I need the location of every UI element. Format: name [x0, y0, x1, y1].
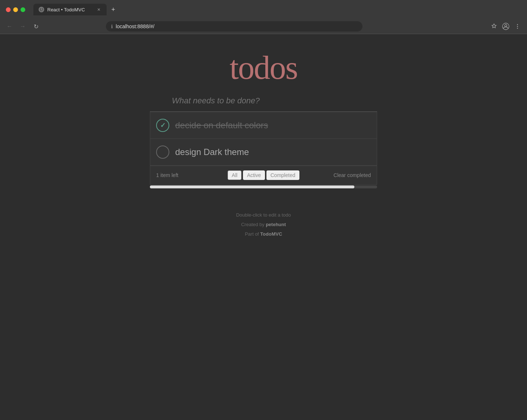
filter-active-button[interactable]: Active: [243, 170, 265, 180]
svg-point-4: [517, 26, 518, 27]
window-controls: [6, 7, 25, 12]
tab-favicon: [38, 7, 44, 12]
scrollbar-thumb[interactable]: [150, 185, 354, 188]
todo-list: ✓ decide on default colors design Dark t…: [150, 112, 377, 166]
new-tab-button[interactable]: +: [108, 4, 118, 15]
tabs-bar: React • TodoMVC ✕ +: [30, 4, 121, 15]
back-button[interactable]: ←: [4, 21, 15, 32]
account-button[interactable]: [501, 21, 511, 32]
svg-point-2: [505, 25, 507, 27]
part-of-prefix: Part of: [245, 231, 260, 237]
svg-point-3: [517, 24, 518, 25]
footer-framework: Part of TodoMVC: [236, 229, 291, 239]
secure-icon: ℹ: [111, 24, 113, 29]
omnibox-row: ← → ↻ ℹ localhost:8888/#/: [0, 19, 527, 34]
footer-hint: Double-click to edit a todo: [236, 210, 291, 220]
checkmark-icon: ✓: [160, 121, 166, 129]
svg-point-1: [502, 23, 509, 30]
browser-chrome: React • TodoMVC ✕ + ← → ↻ ℹ localhost:88…: [0, 0, 527, 34]
page-footer: Double-click to edit a todo Created by p…: [236, 210, 291, 239]
footer-author: Created by petehunt: [236, 220, 291, 229]
todo-text-2: design Dark theme: [175, 147, 371, 157]
svg-point-5: [517, 28, 518, 29]
titlebar: React • TodoMVC ✕ +: [0, 0, 527, 19]
items-left-count: 1 item left: [156, 172, 228, 178]
filter-completed-button[interactable]: Completed: [266, 170, 299, 180]
new-todo-input[interactable]: [150, 90, 377, 112]
created-by-prefix: Created by: [241, 222, 266, 227]
app-title: todos: [229, 49, 297, 86]
todo-text-1: decide on default colors: [175, 120, 371, 130]
bookmark-button[interactable]: [489, 21, 499, 32]
tab-title: React • TodoMVC: [47, 7, 93, 12]
active-tab[interactable]: React • TodoMVC ✕: [33, 4, 107, 15]
reload-button[interactable]: ↻: [31, 21, 41, 32]
author-name: petehunt: [266, 222, 286, 227]
table-row: ✓ decide on default colors: [150, 112, 377, 139]
filter-buttons: All Active Completed: [228, 170, 299, 180]
table-row: design Dark theme: [150, 139, 377, 166]
url-display: localhost:8888/#/: [116, 23, 357, 29]
todo-app: ✓ decide on default colors design Dark t…: [150, 90, 377, 188]
minimize-window-button[interactable]: [13, 7, 18, 12]
filter-all-button[interactable]: All: [228, 170, 242, 180]
browser-actions: [489, 21, 523, 32]
todo-footer: 1 item left All Active Completed Clear c…: [150, 166, 377, 185]
maximize-window-button[interactable]: [21, 7, 25, 12]
todo-checkbox-1[interactable]: ✓: [156, 119, 169, 132]
close-window-button[interactable]: [6, 7, 11, 12]
scrollbar-container: [150, 185, 377, 188]
address-bar[interactable]: ℹ localhost:8888/#/: [106, 21, 362, 32]
tab-close-button[interactable]: ✕: [96, 7, 102, 12]
todo-checkbox-2[interactable]: [156, 145, 169, 159]
clear-completed-button[interactable]: Clear completed: [299, 172, 371, 178]
framework-name: TodoMVC: [260, 231, 282, 237]
menu-button[interactable]: [512, 21, 523, 32]
forward-button[interactable]: →: [18, 21, 28, 32]
page-content: todos ✓ decide on default colors design …: [0, 34, 527, 403]
